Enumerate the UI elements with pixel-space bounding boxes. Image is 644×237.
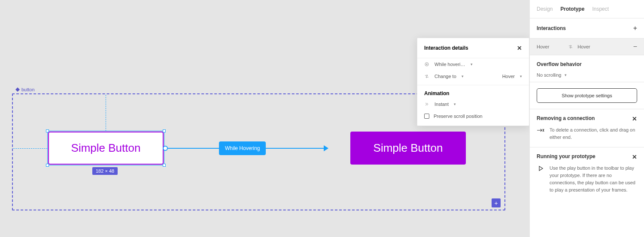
chevron-down-icon: ▾: [471, 62, 473, 66]
interaction-row[interactable]: Hover Hover −: [530, 39, 644, 55]
interactions-heading: Interactions: [537, 25, 566, 31]
chevron-down-icon: ▾: [520, 74, 522, 78]
vertical-guide: [106, 95, 106, 131]
trigger-label: While hoveri…: [434, 62, 465, 67]
help1-heading: Removing a connection: [537, 115, 595, 122]
checkbox-unchecked[interactable]: [424, 114, 429, 119]
remove-interaction-button[interactable]: −: [633, 43, 637, 51]
variant-hover-button[interactable]: Simple Button: [350, 132, 466, 165]
prototype-connection-node[interactable]: [163, 146, 168, 151]
preserve-scroll-checkbox-row[interactable]: Preserve scroll position: [417, 110, 529, 126]
horizontal-guide: [13, 148, 48, 149]
variant-default-button[interactable]: Simple Button: [48, 132, 164, 165]
help-removing-connection: Removing a connection ✕ To delete a conn…: [530, 109, 644, 147]
help1-body: To delete a connection, click and drag o…: [550, 126, 637, 141]
animation-type: Instant: [434, 102, 449, 107]
preserve-scroll-label: Preserve scroll position: [434, 114, 483, 119]
add-variant-button[interactable]: +: [492, 198, 501, 207]
play-icon: [537, 165, 544, 171]
help-running-prototype: Running your prototype ✕ Use the play bu…: [530, 147, 644, 200]
frame-label[interactable]: button: [15, 87, 35, 92]
overflow-heading: Overflow behavior: [537, 61, 637, 67]
interaction-target: Hover: [577, 44, 590, 49]
button-hover-label: Simple Button: [374, 141, 443, 155]
svg-point-1: [426, 64, 428, 65]
sidebar-tabs: Design Prototype Inspect: [530, 0, 644, 18]
show-prototype-settings-button[interactable]: Show prototype settings: [537, 88, 637, 103]
interaction-trigger: Hover: [537, 44, 549, 49]
prototype-connection-arrow[interactable]: [324, 145, 328, 151]
add-interaction-button[interactable]: +: [633, 24, 637, 32]
help2-heading: Running your prototype: [537, 153, 595, 160]
popover-header: Interaction details ✕: [417, 38, 529, 58]
action-target: Hover: [502, 74, 515, 79]
close-icon[interactable]: ✕: [632, 115, 637, 122]
tab-design[interactable]: Design: [537, 6, 553, 12]
right-sidebar: Design Prototype Inspect Interactions + …: [529, 0, 644, 237]
chevron-down-icon: ▾: [565, 73, 567, 77]
chevron-down-icon: ▾: [462, 74, 464, 78]
frame-label-text: button: [21, 87, 35, 92]
overflow-section: Overflow behavior No scrolling ▾: [530, 55, 644, 82]
help2-body: Use the play button in the toolbar to pl…: [550, 165, 637, 194]
interaction-details-popover[interactable]: Interaction details ✕ While hoveri… ▾ Ch…: [417, 38, 529, 126]
popover-title: Interaction details: [424, 45, 468, 51]
dimension-badge: 182 × 48: [92, 167, 118, 175]
tab-inspect[interactable]: Inspect: [592, 6, 609, 12]
close-icon[interactable]: ✕: [517, 45, 522, 51]
tab-prototype[interactable]: Prototype: [560, 6, 584, 12]
trigger-dropdown[interactable]: While hoveri… ▾: [417, 58, 529, 70]
animation-dropdown[interactable]: Instant ▾: [417, 98, 529, 110]
close-icon[interactable]: ✕: [632, 153, 637, 160]
swap-icon: [424, 74, 430, 79]
instant-icon: [424, 102, 430, 107]
swap-icon: [568, 44, 574, 49]
delete-connection-icon: [537, 126, 544, 133]
overflow-value: No scrolling: [537, 72, 561, 78]
button-default-label: Simple Button: [71, 141, 141, 155]
overflow-dropdown[interactable]: No scrolling ▾: [537, 72, 637, 78]
action-label: Change to: [434, 74, 456, 79]
trigger-icon: [424, 62, 430, 67]
interactions-section: Interactions +: [530, 18, 644, 39]
animation-heading: Animation: [417, 85, 529, 98]
component-icon: [15, 87, 20, 92]
action-dropdown[interactable]: Change to ▾ Hover ▾: [417, 70, 529, 82]
chevron-down-icon: ▾: [454, 102, 456, 106]
add-variant-plus: +: [494, 200, 498, 207]
prototype-connection-badge[interactable]: While Hovering: [219, 141, 266, 155]
